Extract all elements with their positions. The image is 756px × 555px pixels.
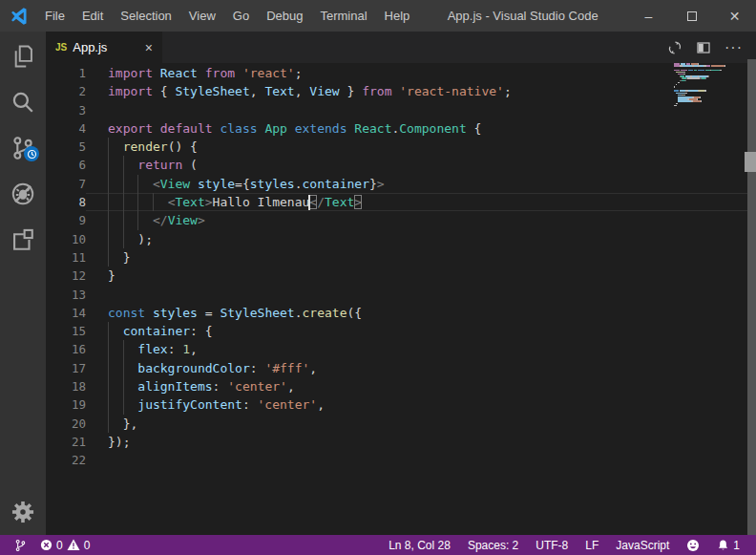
line-number: 9 [46,211,86,229]
indentation-setting[interactable]: Spaces: 2 [459,539,527,552]
code-token: } [123,250,131,265]
activity-extensions[interactable] [0,217,46,263]
split-editor-icon [696,40,711,55]
encoding-setting[interactable]: UTF-8 [527,539,577,552]
activity-source-control[interactable] [0,125,46,171]
vertical-scrollbar[interactable] [747,59,756,535]
line-content[interactable]: const styles = StyleSheet.create({ [86,304,756,322]
indent-guide [108,395,109,414]
eol-setting[interactable]: LF [577,539,607,552]
minimap-token [687,77,700,79]
problems-indicator[interactable]: 0 0 [35,539,94,552]
line-content[interactable] [86,101,756,119]
code-token: styles [250,177,295,191]
code-token: 'react-native' [399,84,504,98]
line-content[interactable]: }, [86,415,756,433]
activity-explorer[interactable] [0,33,46,79]
language-mode[interactable]: JavaScript [607,539,678,552]
debug-icon [10,181,35,206]
title-bar: FileEditSelectionViewGoDebugTerminalHelp… [0,0,756,32]
line-content[interactable]: ); [86,230,756,248]
code-token: : [242,397,258,412]
indent-guide [137,211,138,229]
code-token: : [250,361,265,375]
menu-help[interactable]: Help [376,0,419,32]
line-content[interactable]: } [86,248,756,267]
close-button[interactable]: ✕ [713,0,756,32]
line-content[interactable]: </View> [86,211,756,229]
code-token [108,416,123,431]
menu-go[interactable]: Go [224,0,258,32]
code-line: 16 flex: 1, [46,340,756,358]
maximize-button[interactable] [670,0,713,32]
line-content[interactable]: } [86,267,756,285]
menu-edit[interactable]: Edit [74,0,112,32]
line-content[interactable]: import { StyleSheet, Text, View } from '… [86,82,756,100]
split-editor-button[interactable] [696,40,711,55]
tab-close-icon[interactable]: × [145,41,153,54]
minimap-token [711,70,720,72]
indent-guide [123,175,124,193]
line-content[interactable]: justifyContent: 'center', [86,395,756,414]
indent-guide [123,156,124,174]
menu-file[interactable]: File [36,0,74,32]
menu-terminal[interactable]: Terminal [311,0,375,32]
code-line: 3 [46,101,756,119]
line-content[interactable]: container: { [86,322,756,340]
git-branch-indicator[interactable] [10,539,32,552]
notification-count: 1 [733,539,740,552]
code-token: , [190,342,198,356]
minimap[interactable] [674,63,733,109]
minimap-token [685,80,686,82]
cursor-position[interactable]: Ln 8, Col 28 [380,539,459,552]
activity-debug[interactable] [0,171,46,217]
code-token: < [153,177,160,191]
scrollbar-thumb[interactable] [745,152,756,172]
warning-icon [67,539,80,551]
menu-selection[interactable]: Selection [112,0,179,32]
line-content[interactable]: export default class App extends React.C… [86,119,756,138]
notifications-button[interactable]: 1 [708,539,748,552]
line-content[interactable]: return ( [86,156,756,174]
code-line: 21}); [46,433,756,451]
line-content[interactable]: alignItems: 'center', [86,377,756,395]
line-number: 3 [46,101,86,119]
indent-guide [123,395,124,414]
line-content[interactable]: <View style={styles.container}> [86,175,756,193]
code-token: < [309,195,317,209]
code-token: , [287,379,295,394]
code-line: 1import React from 'react'; [46,64,756,82]
code-token: alignItems [137,379,212,394]
line-content[interactable] [86,451,756,469]
code-token: / [317,195,325,209]
menu-view[interactable]: View [180,0,224,32]
line-number: 8 [46,193,86,211]
feedback-button[interactable] [678,539,708,552]
code-line: 22 [46,451,756,469]
manage-button[interactable] [0,489,46,535]
line-content[interactable]: backgroundColor: '#fff', [86,359,756,377]
line-content[interactable]: render() { [86,138,756,156]
indent-guide [108,322,109,340]
line-content[interactable]: import React from 'react'; [86,64,756,82]
line-number: 21 [46,433,86,451]
line-content[interactable]: <Text>Hallo Ilmenau</Text> [86,193,756,211]
code-token: class [220,121,257,136]
code-token: > [198,213,205,227]
line-number: 6 [46,156,86,174]
menu-debug[interactable]: Debug [258,0,311,32]
more-actions-button[interactable]: ··· [724,40,743,55]
code-editor[interactable]: 1import React from 'react';2import { Sty… [46,63,756,535]
editor-group: JS App.js × [46,32,756,535]
line-content[interactable]: }); [86,433,756,451]
code-token: ; [295,66,303,80]
code-token [287,121,295,136]
code-line: 12} [46,267,756,285]
tab-appjs[interactable]: JS App.js × [46,32,162,63]
line-content[interactable]: flex: 1, [86,340,756,358]
minimize-button[interactable]: – [627,0,670,32]
code-token: , [317,397,325,412]
open-changes-button[interactable] [667,40,682,55]
line-content[interactable] [86,286,756,304]
activity-search[interactable] [0,79,46,125]
